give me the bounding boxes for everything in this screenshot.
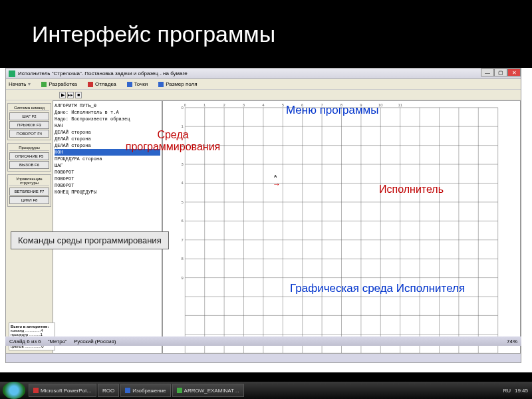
- group-control: Управляющие структуры ВЕТВЛЕНИЕ F7 ЦИКЛ …: [7, 174, 51, 207]
- page-title: Интерфейс программы: [32, 21, 275, 47]
- system-tray[interactable]: RU 19:45: [499, 388, 532, 394]
- minimize-button[interactable]: —: [481, 68, 494, 76]
- group-commands: Система команд ШАГ F2 ПРЫЖОК F3 ПОВОРОТ …: [7, 103, 51, 140]
- size-icon: [158, 82, 164, 87]
- menu-bar: Начать▾ Разработка Отладка Точки Размер …: [6, 79, 521, 90]
- task-roo[interactable]: ROO: [98, 384, 119, 397]
- start-button[interactable]: [3, 382, 25, 399]
- stop-button[interactable]: ■: [75, 92, 82, 98]
- code-line[interactable]: ПОВОРОТ: [55, 182, 160, 189]
- task-powerpoint[interactable]: Microsoft PowerPoi…: [29, 384, 96, 397]
- theme-name: "Метро": [48, 338, 67, 344]
- step-button[interactable]: ▸▸: [67, 92, 74, 98]
- language: Русский (Россия): [74, 338, 116, 344]
- svg-text:5: 5: [181, 200, 184, 204]
- play-button[interactable]: ▶: [59, 92, 66, 98]
- svg-text:3: 3: [243, 103, 245, 107]
- powerpoint-statusbar: Слайд 6 из 6 "Метро" Русский (Россия) 74…: [5, 336, 521, 346]
- app-window: Исполнитель "Стрелочка". Постановка зада…: [5, 68, 521, 363]
- code-line[interactable]: НАЧ: [55, 122, 160, 129]
- annot-env: Среда программирования: [113, 129, 233, 153]
- svg-text:8: 8: [181, 257, 184, 261]
- windows-taskbar[interactable]: Microsoft PowerPoi… ROO Изображение ARRO…: [0, 382, 532, 399]
- svg-text:4: 4: [262, 103, 265, 107]
- annot-grid: Графическая среда Исполнителя: [290, 282, 465, 295]
- title-bar: Исполнитель "Стрелочка". Постановка зада…: [6, 68, 521, 79]
- svg-text:0: 0: [184, 103, 187, 107]
- menu-debug[interactable]: Отладка: [88, 81, 116, 87]
- performer-arrow-icon: →: [273, 180, 281, 189]
- annot-performer: Исполнитель: [379, 184, 444, 196]
- btn-loop[interactable]: ЦИКЛ F8: [9, 196, 49, 204]
- btn-branch[interactable]: ВЕТВЛЕНИЕ F7: [9, 188, 49, 196]
- svg-text:5: 5: [282, 103, 285, 107]
- annot-commands: Команды среды программирования: [11, 231, 169, 249]
- code-line[interactable]: ШАГ: [55, 162, 160, 169]
- task-arrow[interactable]: ARROW_EXAMINAT…: [172, 384, 244, 397]
- debug-icon: [88, 82, 93, 87]
- btn-describe[interactable]: ОПИСАНИЕ F5: [9, 152, 49, 160]
- menu-start[interactable]: Начать▾: [9, 81, 31, 87]
- svg-text:1: 1: [181, 124, 183, 128]
- svg-text:11: 11: [398, 103, 402, 107]
- dev-icon: [41, 82, 47, 87]
- task-image[interactable]: Изображение: [120, 384, 170, 397]
- group-title: Управляющие структуры: [9, 176, 49, 186]
- close-button[interactable]: ✕: [507, 68, 521, 76]
- group-procedures: Процедуры ОПИСАНИЕ F5 ВЫЗОВ F6: [7, 143, 51, 172]
- annot-menu: Меню программы: [286, 104, 379, 117]
- code-line[interactable]: ПОВОРОТ: [55, 169, 160, 176]
- btn-step[interactable]: ШАГ F2: [9, 112, 49, 120]
- toolbar: ▶ ▸▸ ■: [6, 90, 521, 100]
- points-icon: [127, 82, 132, 87]
- group-title: Система команд: [9, 105, 49, 111]
- code-line[interactable]: Надо: Воспроизвести образец: [55, 116, 160, 122]
- code-line[interactable]: КОНЕЦ ПРОЦЕДУРЫ: [55, 189, 160, 196]
- svg-text:7: 7: [181, 238, 183, 242]
- svg-text:9: 9: [181, 276, 183, 280]
- svg-text:10: 10: [378, 103, 383, 107]
- svg-text:6: 6: [181, 219, 184, 223]
- tray-clock: 19:45: [515, 388, 528, 394]
- slide-counter: Слайд 6 из 6: [9, 338, 41, 344]
- svg-text:3: 3: [181, 162, 184, 166]
- arrow-app-icon: [177, 388, 182, 393]
- svg-text:1: 1: [203, 103, 205, 107]
- app-statusbar: [6, 353, 521, 362]
- app-icon: [9, 70, 15, 77]
- tray-lang[interactable]: RU: [503, 388, 511, 394]
- btn-rotate[interactable]: ПОВОРОТ F4: [9, 130, 49, 138]
- menu-size[interactable]: Размер поля: [158, 81, 197, 87]
- code-line[interactable]: ПРОЦЕДУРА сторона: [55, 156, 160, 162]
- window-title: Исполнитель "Стрелочка". Постановка зада…: [18, 70, 188, 76]
- menu-dev[interactable]: Разработка: [41, 81, 77, 87]
- svg-text:2: 2: [223, 103, 225, 107]
- code-line[interactable]: Дано: Исполнитель в т.А: [55, 109, 160, 116]
- zoom-level[interactable]: 74%: [507, 338, 517, 344]
- btn-call[interactable]: ВЫЗОВ F6: [9, 161, 49, 169]
- svg-text:4: 4: [181, 181, 184, 185]
- code-line[interactable]: ПОВОРОТ: [55, 176, 160, 182]
- maximize-button[interactable]: ▢: [494, 68, 507, 76]
- btn-jump[interactable]: ПРЫЖОК F3: [9, 121, 49, 129]
- img-icon: [125, 388, 130, 393]
- code-line[interactable]: АЛГОРИТМ ПУТЬ_0: [55, 102, 160, 109]
- title-banner: Интерфейс программы: [0, 0, 532, 68]
- ppt-icon: [33, 388, 39, 393]
- group-title: Процедуры: [9, 145, 49, 151]
- menu-points[interactable]: Точки: [127, 81, 148, 87]
